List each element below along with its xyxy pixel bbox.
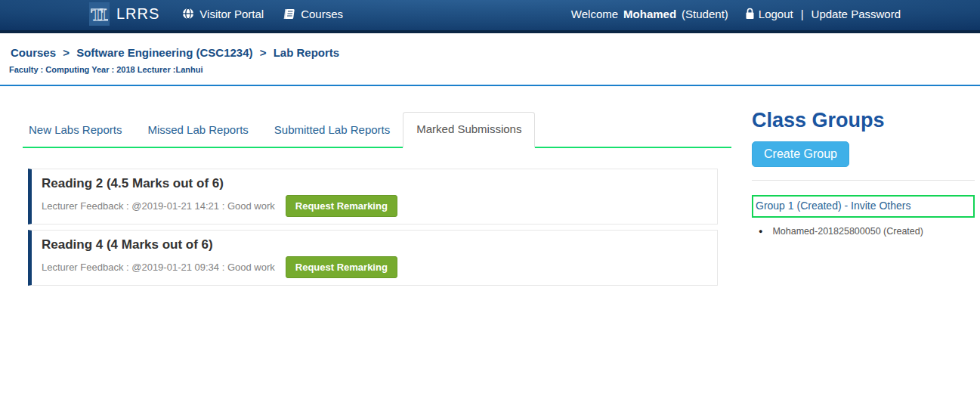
- lrrs-logo-icon: TL: [89, 2, 110, 26]
- brand-label: LRRS: [116, 5, 159, 23]
- create-group-button[interactable]: Create Group: [752, 141, 849, 167]
- report-title: Reading 4 (4 Marks out of 6): [42, 237, 706, 252]
- group-member-item: ● Mohamed-201825800050 (Created): [752, 226, 975, 237]
- globe-icon: [182, 8, 194, 20]
- breadcrumb-section: Courses > Software Engineering (CSC1234)…: [0, 33, 980, 74]
- navbar-right: Welcome Mohamed (Student) Logout | Updat…: [571, 8, 901, 20]
- username: Mohamed: [623, 8, 676, 20]
- nav-separator: |: [801, 8, 804, 20]
- report-card: Reading 4 (4 Marks out of 6) Lecturer Fe…: [28, 230, 718, 286]
- nav-links: Visitor Portal Courses: [182, 8, 343, 20]
- breadcrumb: Courses > Software Engineering (CSC1234)…: [11, 46, 980, 59]
- tab-missed-lab-reports[interactable]: Missed Lab Reports: [134, 113, 261, 147]
- breadcrumb-item-lab-reports[interactable]: Lab Reports: [274, 46, 340, 59]
- marked-submissions-list: Reading 2 (4.5 Marks out of 6) Lecturer …: [23, 169, 731, 286]
- tab-submitted-lab-reports[interactable]: Submitted Lab Reports: [261, 113, 403, 147]
- reports-column: New Labs Reports Missed Lab Reports Subm…: [23, 86, 731, 291]
- role-label: (Student): [682, 8, 728, 20]
- report-feedback: Lecturer Feedback : @2019-01-21 14:21 : …: [42, 200, 275, 212]
- tab-marked-submissions[interactable]: Marked Submissions: [403, 112, 535, 148]
- nav-item-courses[interactable]: Courses: [283, 8, 343, 20]
- request-remarking-button[interactable]: Request Remarking: [286, 256, 397, 278]
- sidebar-divider: [752, 180, 975, 181]
- group-link-box[interactable]: Group 1 (Created) - Invite Others: [752, 195, 975, 218]
- class-groups-sidebar: Class Groups Create Group Group 1 (Creat…: [752, 86, 975, 291]
- bullet-icon: ●: [759, 228, 762, 235]
- welcome-text: Welcome: [571, 8, 618, 20]
- course-meta: Faculty : Computing Year : 2018 Lecturer…: [9, 65, 980, 74]
- nav-item-label: Visitor Portal: [199, 8, 264, 20]
- main-content: New Labs Reports Missed Lab Reports Subm…: [0, 86, 980, 291]
- update-password-link[interactable]: Update Password: [812, 8, 901, 20]
- report-feedback: Lecturer Feedback : @2019-01-21 09:34 : …: [42, 262, 275, 273]
- nav-item-label: Courses: [301, 8, 343, 20]
- report-card: Reading 2 (4.5 Marks out of 6) Lecturer …: [28, 169, 718, 224]
- breadcrumb-item-courses[interactable]: Courses: [11, 46, 56, 59]
- member-label: Mohamed-201825800050 (Created): [772, 226, 923, 237]
- group-invite-link[interactable]: Group 1 (Created) - Invite Others: [756, 200, 910, 212]
- request-remarking-button[interactable]: Request Remarking: [286, 195, 397, 217]
- report-title: Reading 2 (4.5 Marks out of 6): [42, 176, 706, 190]
- lock-icon: [745, 8, 755, 20]
- breadcrumb-separator: >: [260, 46, 267, 59]
- tab-bar: New Labs Reports Missed Lab Reports Subm…: [23, 112, 731, 148]
- tab-new-labs-reports[interactable]: New Labs Reports: [23, 113, 134, 147]
- class-groups-title: Class Groups: [752, 109, 975, 132]
- nav-item-visitor-portal[interactable]: Visitor Portal: [182, 8, 264, 20]
- breadcrumb-separator: >: [63, 46, 70, 59]
- logout-link[interactable]: Logout: [759, 8, 793, 20]
- book-icon: [283, 8, 295, 20]
- breadcrumb-item-course-name[interactable]: Software Engineering (CSC1234): [76, 46, 252, 59]
- brand[interactable]: TL LRRS: [89, 2, 159, 26]
- top-navbar: TL LRRS Visitor Portal: [0, 0, 980, 33]
- svg-text:TL: TL: [91, 5, 108, 24]
